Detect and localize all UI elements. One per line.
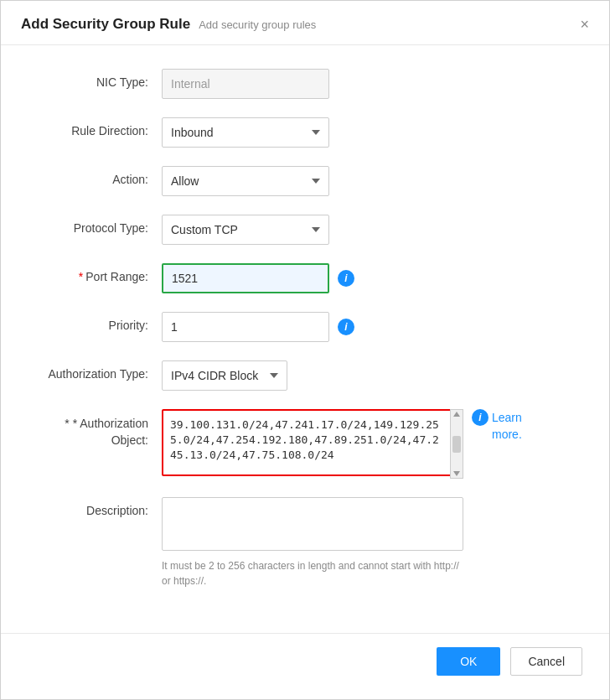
rule-direction-label: Rule Direction: [28, 117, 162, 137]
auth-object-scrollbar[interactable] [450, 409, 463, 479]
more-text: more. [472, 428, 522, 441]
auth-type-label: Authorization Type: [28, 360, 162, 381]
learn-more-text: i Learn [472, 409, 522, 426]
nic-type-label: NIC Type: [28, 69, 162, 89]
protocol-type-control: Custom TCP All TCP UDP ICMP [162, 215, 582, 245]
close-button[interactable]: × [580, 17, 589, 32]
priority-info-icon[interactable]: i [338, 319, 354, 335]
add-security-group-rule-dialog: Add Security Group Rule Add security gro… [0, 0, 610, 700]
priority-row: Priority: i [28, 312, 582, 342]
protocol-type-row: Protocol Type: Custom TCP All TCP UDP IC… [28, 215, 582, 245]
scrollbar-up-arrow[interactable] [453, 412, 460, 417]
scrollbar-thumb[interactable] [452, 436, 461, 453]
priority-control: i [162, 312, 582, 342]
priority-input[interactable] [162, 312, 329, 342]
scrollbar-down-arrow[interactable] [453, 471, 460, 476]
protocol-type-label: Protocol Type: [28, 215, 162, 235]
port-range-input[interactable] [162, 263, 329, 293]
auth-object-row: * * Authorization Object: 39.100.131.0/2… [28, 409, 582, 479]
auth-object-control: 39.100.131.0/24,47.241.17.0/24,149.129.2… [162, 409, 582, 479]
dialog-footer: OK Cancel [1, 633, 609, 699]
action-row: Action: Allow Deny [28, 166, 582, 196]
priority-label: Priority: [28, 312, 162, 332]
dialog-title-group: Add Security Group Rule Add security gro… [21, 16, 316, 33]
ok-button[interactable]: OK [437, 647, 500, 676]
rule-direction-control: Inbound Outbound [162, 117, 582, 148]
auth-type-row: Authorization Type: IPv4 CIDR Block IPv6… [28, 360, 582, 391]
learn-more-area: i Learn more. [472, 409, 522, 441]
required-mark: * [79, 270, 83, 283]
auth-type-control: IPv4 CIDR Block IPv6 CIDR Block Security… [162, 360, 582, 391]
auth-type-select[interactable]: IPv4 CIDR Block IPv6 CIDR Block Security… [162, 360, 287, 391]
port-range-label: *Port Range: [28, 263, 162, 283]
action-control: Allow Deny [162, 166, 582, 196]
nic-type-control: Internal External [162, 69, 582, 99]
description-label: Description: [28, 497, 162, 517]
nic-type-select[interactable]: Internal External [162, 69, 329, 99]
description-row: Description: It must be 2 to 256 charact… [28, 497, 582, 589]
description-control: It must be 2 to 256 characters in length… [162, 497, 582, 589]
cancel-button[interactable]: Cancel [510, 647, 582, 676]
dialog-subtitle: Add security group rules [199, 18, 316, 31]
protocol-type-select[interactable]: Custom TCP All TCP UDP ICMP [162, 215, 329, 245]
rule-direction-row: Rule Direction: Inbound Outbound [28, 117, 582, 148]
port-range-info-icon[interactable]: i [338, 270, 354, 287]
auth-textarea-wrapper: 39.100.131.0/24,47.241.17.0/24,149.129.2… [162, 409, 463, 479]
rule-direction-select[interactable]: Inbound Outbound [162, 117, 329, 148]
port-range-control: i [162, 263, 582, 293]
action-select[interactable]: Allow Deny [162, 166, 329, 196]
nic-type-row: NIC Type: Internal External [28, 69, 582, 99]
auth-object-label: * * Authorization Object: [28, 409, 162, 449]
description-hint: It must be 2 to 256 characters in length… [162, 558, 463, 589]
auth-object-info-icon[interactable]: i [472, 409, 489, 426]
port-range-row: *Port Range: i [28, 263, 582, 293]
dialog-title: Add Security Group Rule [21, 16, 190, 33]
learn-more-link[interactable]: Learn [492, 411, 522, 424]
description-input[interactable] [162, 497, 463, 551]
action-label: Action: [28, 166, 162, 186]
dialog-header: Add Security Group Rule Add security gro… [1, 1, 609, 45]
auth-object-input[interactable]: 39.100.131.0/24,47.241.17.0/24,149.129.2… [162, 409, 463, 476]
dialog-body: NIC Type: Internal External Rule Directi… [1, 45, 609, 633]
